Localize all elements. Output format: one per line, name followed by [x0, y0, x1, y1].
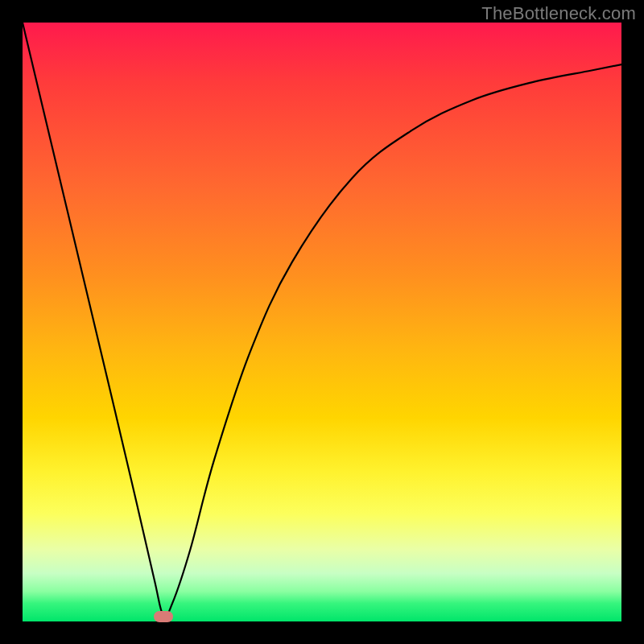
outer-frame: TheBottleneck.com: [0, 0, 644, 644]
chart-curve-layer: [23, 23, 621, 621]
bottleneck-curve: [23, 23, 621, 617]
watermark-text: TheBottleneck.com: [481, 3, 636, 24]
minimum-marker: [154, 611, 173, 622]
